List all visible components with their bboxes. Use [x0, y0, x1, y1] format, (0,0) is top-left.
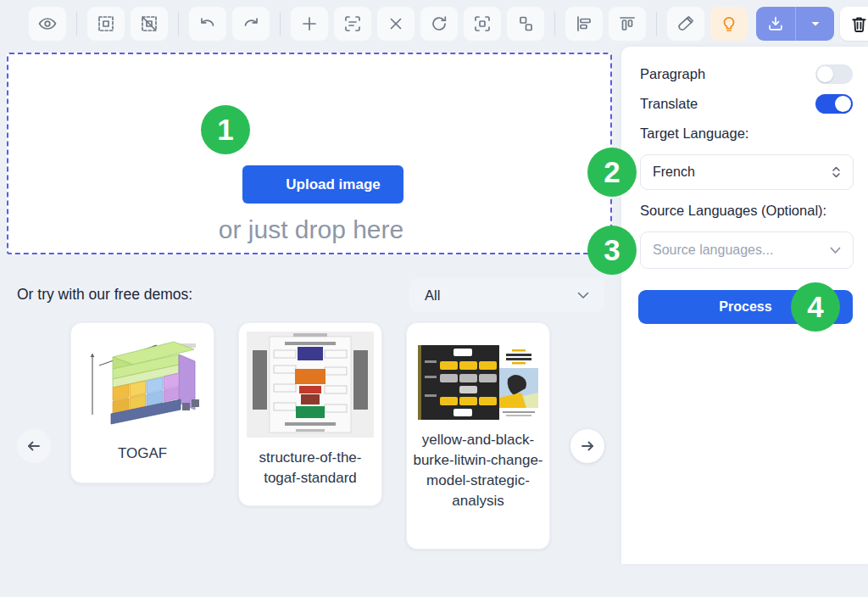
- brush-icon: [676, 14, 696, 34]
- demo-filter-select[interactable]: All: [409, 278, 604, 312]
- marquee-select-button[interactable]: [87, 7, 125, 41]
- demo-thumbnail-togaf: [79, 332, 206, 433]
- trash-icon: [849, 14, 868, 34]
- target-language-row: Target Language:: [640, 124, 853, 142]
- redo-icon: [241, 14, 261, 34]
- chevron-down-icon: [577, 292, 589, 299]
- marquee-deselect-button[interactable]: [131, 7, 168, 41]
- marquee-select-icon: [96, 14, 116, 34]
- eye-icon: [37, 14, 58, 34]
- toolbar: [29, 6, 868, 42]
- delete-button[interactable]: [840, 7, 868, 41]
- arrow-left-icon: [25, 438, 42, 455]
- step-badge-4: 4: [791, 282, 840, 332]
- translate-row: Translate: [640, 93, 853, 114]
- undo-icon: [198, 14, 218, 34]
- demo-thumbnail-togaf-structure: [247, 332, 374, 438]
- align-left-icon: [574, 14, 594, 34]
- refresh-icon: [429, 14, 449, 34]
- scan-box-icon: [472, 14, 492, 34]
- preview-button[interactable]: [29, 7, 66, 41]
- ocr-text-button[interactable]: [334, 7, 371, 41]
- carousel-prev-button[interactable]: [17, 429, 51, 463]
- upload-dropzone[interactable]: Upload image or just drop here: [7, 53, 612, 254]
- redo-button[interactable]: [232, 7, 270, 41]
- toolbar-divider: [76, 12, 77, 36]
- close-x-icon: [386, 14, 406, 34]
- demo-card-label: yellow-and-black-burke-litwin-change-mod…: [413, 430, 543, 512]
- target-language-select[interactable]: French: [640, 154, 854, 190]
- demo-card-togaf-structure[interactable]: structure-of-the-togaf-standard: [238, 322, 382, 506]
- ocr-area-button[interactable]: [464, 7, 501, 41]
- target-language-label: Target Language:: [640, 126, 748, 142]
- scan-text-icon: [342, 14, 363, 34]
- step-badge-3: 3: [587, 226, 637, 275]
- demo-card-burke-litwin[interactable]: yellow-and-black-burke-litwin-change-mod…: [406, 322, 550, 550]
- step-badge-1: 1: [201, 105, 250, 154]
- source-languages-label: Source Languages (Optional):: [640, 203, 826, 219]
- tips-button[interactable]: [710, 7, 748, 41]
- download-options-button[interactable]: [795, 7, 834, 41]
- style-brush-button[interactable]: [667, 7, 704, 41]
- toolbar-divider: [554, 12, 555, 36]
- align-top-icon: [617, 14, 637, 34]
- drop-hint-text: or just drop here: [8, 215, 614, 244]
- plus-icon: [299, 14, 320, 34]
- download-split-button: [756, 7, 834, 41]
- add-text-button[interactable]: [291, 7, 328, 41]
- chevron-down-icon: [830, 247, 841, 254]
- translate-toggle[interactable]: [815, 94, 853, 114]
- paragraph-row: Paragraph: [640, 64, 853, 84]
- paragraph-toggle[interactable]: [815, 64, 853, 84]
- refresh-button[interactable]: [420, 7, 458, 41]
- toolbar-divider: [280, 12, 281, 36]
- toolbar-divider: [178, 12, 179, 36]
- caret-down-icon: [809, 17, 822, 31]
- demo-filter-value: All: [425, 287, 440, 304]
- paragraph-label: Paragraph: [640, 66, 705, 82]
- translate-label: Translate: [640, 96, 698, 112]
- ungroup-button[interactable]: [507, 7, 544, 41]
- demo-card-label: TOGAF: [77, 444, 208, 464]
- download-button[interactable]: [756, 7, 795, 41]
- remove-button[interactable]: [377, 7, 415, 41]
- source-languages-placeholder: Source languages...: [653, 243, 773, 258]
- upload-image-button[interactable]: Upload image: [242, 165, 403, 204]
- source-languages-row: Source Languages (Optional):: [640, 201, 853, 220]
- download-icon: [766, 14, 785, 33]
- carousel-next-button[interactable]: [570, 429, 604, 463]
- align-left-button[interactable]: [565, 7, 603, 41]
- lightbulb-icon: [719, 14, 739, 34]
- arrow-right-icon: [579, 438, 596, 455]
- toolbar-divider: [656, 12, 657, 36]
- source-languages-select[interactable]: Source languages...: [640, 232, 854, 269]
- target-language-value: French: [653, 165, 695, 180]
- demo-thumbnail-burke-litwin: [415, 345, 542, 420]
- toggle-knob: [835, 96, 851, 112]
- ungroup-icon: [515, 14, 536, 34]
- undo-button[interactable]: [189, 7, 226, 41]
- demo-card-label: structure-of-the-togaf-standard: [245, 448, 376, 488]
- marquee-deselect-icon: [139, 14, 159, 34]
- demos-heading: Or try with our free demos:: [17, 286, 192, 304]
- toggle-knob: [817, 66, 833, 82]
- align-top-button[interactable]: [609, 7, 646, 41]
- demo-card-togaf[interactable]: TOGAF: [70, 322, 214, 483]
- sort-chevrons-icon: [832, 165, 841, 179]
- step-badge-2: 2: [587, 148, 637, 197]
